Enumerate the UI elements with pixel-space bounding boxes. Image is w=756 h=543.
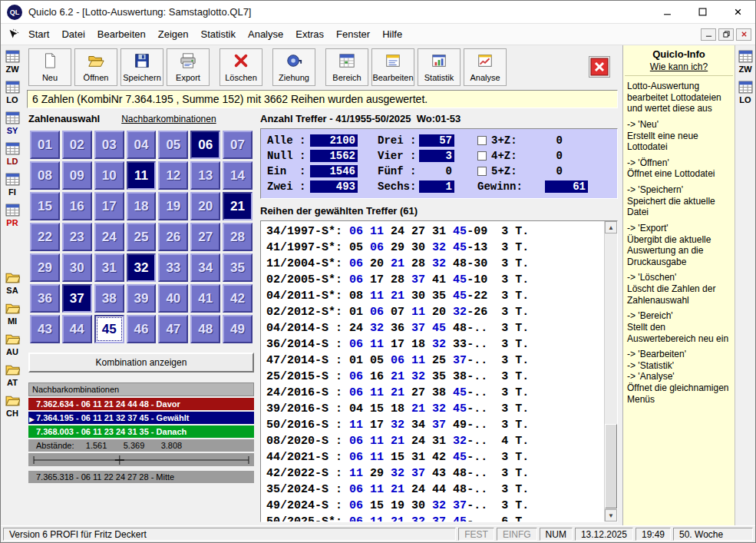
neighbor-row-davor[interactable]: 7.362.634 - 06 11 21 24 44 48 - Davor bbox=[28, 398, 254, 410]
treffer-row[interactable]: 42/2022-S : 11 29 32 37 43 48-.. 3 T. bbox=[266, 465, 603, 482]
number-cell-36[interactable]: 36 bbox=[30, 284, 60, 313]
number-cell-25[interactable]: 25 bbox=[127, 223, 157, 251]
number-cell-03[interactable]: 03 bbox=[94, 131, 124, 159]
export-button[interactable]: Export bbox=[167, 48, 210, 86]
range-button[interactable]: Bereich bbox=[325, 48, 368, 86]
number-cell-05[interactable]: 05 bbox=[158, 131, 188, 159]
menu-fenster[interactable]: Fenster bbox=[330, 25, 376, 43]
treffer-row[interactable]: 04/2011-S*: 08 11 21 30 35 45-22 3 T. bbox=[266, 288, 603, 304]
statistics-button[interactable]: Statistik bbox=[418, 48, 461, 86]
treffer-row[interactable]: 41/1997-S*: 05 06 29 30 32 45-13 3 T. bbox=[266, 240, 603, 256]
neighbor-row-danach[interactable]: 7.368.003 - 06 11 23 24 31 35 - Danach bbox=[28, 425, 254, 438]
number-cell-13[interactable]: 13 bbox=[190, 161, 220, 190]
sidebar-item-fi[interactable]: FI bbox=[5, 172, 20, 197]
menu-analyse[interactable]: Analyse bbox=[242, 25, 289, 43]
treffer-row[interactable]: 25/2015-S : 06 16 21 32 35 38-.. 3 T. bbox=[266, 369, 603, 385]
number-cell-43[interactable]: 43 bbox=[30, 315, 60, 343]
number-cell-16[interactable]: 16 bbox=[62, 192, 92, 220]
number-cell-08[interactable]: 08 bbox=[30, 161, 60, 190]
number-cell-06[interactable]: 06 bbox=[190, 131, 220, 159]
mdi-restore-icon[interactable] bbox=[718, 28, 734, 41]
number-cell-44[interactable]: 44 bbox=[62, 315, 92, 343]
number-cell-04[interactable]: 04 bbox=[127, 131, 157, 159]
sidebar-item-lo[interactable]: LO bbox=[5, 80, 20, 104]
number-cell-42[interactable]: 42 bbox=[223, 284, 253, 313]
menu-statistik[interactable]: Statistik bbox=[194, 25, 242, 43]
menu-datei[interactable]: Datei bbox=[55, 25, 91, 43]
number-cell-01[interactable]: 01 bbox=[30, 131, 60, 159]
mdi-close-red-glyph-icon[interactable] bbox=[736, 28, 751, 41]
number-cell-31[interactable]: 31 bbox=[94, 253, 124, 282]
show-combination-button[interactable]: Kombination anzeigen bbox=[28, 353, 254, 372]
number-cell-30[interactable]: 30 bbox=[62, 253, 92, 282]
number-cell-14[interactable]: 14 bbox=[223, 161, 253, 190]
number-cell-24[interactable]: 24 bbox=[94, 223, 124, 251]
number-cell-15[interactable]: 15 bbox=[30, 192, 60, 220]
menu-start[interactable]: Start bbox=[22, 25, 55, 43]
treffer-row[interactable]: 02/2012-S*: 01 06 07 11 20 32-26 3 T. bbox=[266, 304, 603, 320]
scroll-up-icon[interactable]: ▲ bbox=[605, 221, 617, 233]
number-cell-22[interactable]: 22 bbox=[30, 223, 60, 251]
treffer-row[interactable]: 47/2014-S : 01 05 06 11 25 37-.. 3 T. bbox=[266, 353, 603, 369]
number-cell-38[interactable]: 38 bbox=[94, 284, 124, 313]
minimize-window-button[interactable] bbox=[649, 1, 685, 23]
save-button[interactable]: Speichern bbox=[120, 48, 163, 86]
close-auswertung-button[interactable] bbox=[589, 56, 610, 78]
sidebar-item-lo[interactable]: LO bbox=[738, 80, 753, 104]
wie-kann-ich-link[interactable]: Wie kann ich? bbox=[625, 61, 733, 76]
number-cell-35[interactable]: 35 bbox=[223, 253, 253, 282]
number-cell-07[interactable]: 07 bbox=[223, 131, 253, 159]
checkbox-5plusZ[interactable] bbox=[477, 167, 487, 176]
number-cell-47[interactable]: 47 bbox=[158, 315, 188, 343]
number-cell-48[interactable]: 48 bbox=[190, 315, 220, 343]
treffer-row[interactable]: 50/2016-S : 11 17 32 34 37 49-.. 3 T. bbox=[266, 417, 603, 433]
mdi-minimize-icon[interactable] bbox=[701, 28, 716, 41]
treffer-row[interactable]: 04/2014-S : 24 32 36 37 45 48-.. 3 T. bbox=[266, 320, 603, 336]
number-cell-41[interactable]: 41 bbox=[190, 284, 220, 313]
number-cell-19[interactable]: 19 bbox=[158, 192, 188, 220]
number-cell-09[interactable]: 09 bbox=[62, 161, 92, 190]
number-cell-12[interactable]: 12 bbox=[158, 161, 188, 190]
menu-zeigen[interactable]: Zeigen bbox=[152, 25, 195, 43]
treffer-row[interactable]: 36/2014-S : 06 11 17 18 32 33-.. 3 T. bbox=[266, 336, 603, 353]
sidebar-item-au[interactable]: AU bbox=[5, 332, 20, 356]
treffer-row[interactable]: 34/1997-S*: 06 11 24 27 31 45-09 3 T. bbox=[266, 223, 603, 240]
number-cell-29[interactable]: 29 bbox=[30, 253, 60, 282]
number-cell-33[interactable]: 33 bbox=[158, 253, 188, 282]
vertical-scrollbar[interactable]: ▲ ▼ bbox=[604, 221, 617, 521]
open-button[interactable]: Öffnen bbox=[74, 48, 117, 86]
treffer-row[interactable]: 35/2024-S : 06 11 21 24 44 48-.. 3 T. bbox=[266, 482, 603, 498]
checkbox-3plusZ[interactable] bbox=[477, 136, 487, 145]
scrollbar-thumb[interactable] bbox=[605, 424, 617, 508]
treffer-row[interactable]: 39/2016-S : 04 15 18 21 32 45-.. 3 T. bbox=[266, 401, 603, 417]
treffer-row[interactable]: 49/2024-S : 06 15 19 30 32 37-.. 3 T. bbox=[266, 498, 603, 514]
number-cell-45[interactable]: 45 bbox=[94, 315, 124, 343]
number-cell-34[interactable]: 34 bbox=[190, 253, 220, 282]
new-button[interactable]: Neu bbox=[28, 48, 71, 86]
number-cell-23[interactable]: 23 bbox=[62, 223, 92, 251]
checkbox-4plusZ[interactable] bbox=[477, 151, 487, 161]
close-window-button[interactable] bbox=[720, 1, 755, 23]
number-cell-28[interactable]: 28 bbox=[223, 223, 253, 251]
sidebar-item-pr[interactable]: PR bbox=[5, 203, 20, 227]
edit-button[interactable]: Bearbeiten bbox=[371, 48, 414, 86]
number-cell-18[interactable]: 18 bbox=[127, 192, 157, 220]
sidebar-item-sy[interactable]: SY bbox=[5, 111, 20, 135]
number-cell-17[interactable]: 17 bbox=[94, 192, 124, 220]
number-cell-26[interactable]: 26 bbox=[158, 223, 188, 251]
number-cell-27[interactable]: 27 bbox=[190, 223, 220, 251]
sidebar-item-sa[interactable]: SA bbox=[5, 270, 20, 295]
treffer-row[interactable]: 11/2004-S*: 06 20 21 28 32 48-30 3 T. bbox=[266, 256, 603, 272]
number-cell-49[interactable]: 49 bbox=[223, 315, 253, 343]
number-cell-02[interactable]: 02 bbox=[62, 131, 92, 159]
sidebar-item-zw[interactable]: ZW bbox=[5, 49, 20, 74]
scroll-down-icon[interactable]: ▼ bbox=[605, 509, 617, 521]
treffer-row[interactable]: 24/2016-S : 06 11 21 27 38 45-.. 3 T. bbox=[266, 385, 603, 401]
delete-button[interactable]: Löschen bbox=[220, 48, 262, 86]
number-cell-37[interactable]: 37 bbox=[62, 284, 92, 313]
number-cell-11[interactable]: 11 bbox=[127, 161, 157, 190]
number-cell-32[interactable]: 32 bbox=[127, 253, 157, 282]
menu-hilfe[interactable]: Hilfe bbox=[376, 25, 408, 43]
menu-bearbeiten[interactable]: Bearbeiten bbox=[91, 25, 152, 43]
treffer-row[interactable]: 44/2021-S : 06 11 15 31 42 45-.. 3 T. bbox=[266, 449, 603, 465]
